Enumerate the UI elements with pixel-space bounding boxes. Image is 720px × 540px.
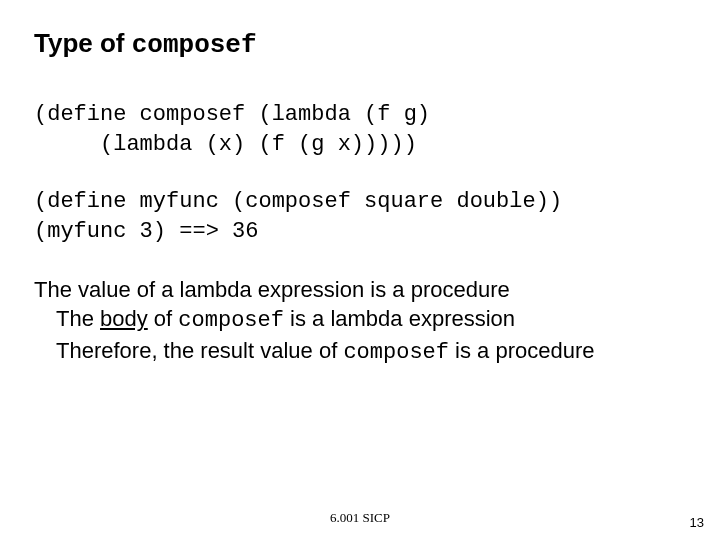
code-line-3: (define myfunc (composef square double))	[34, 189, 562, 214]
explain-l3b: is a procedure	[449, 338, 595, 363]
explain-l3a: Therefore, the result value of	[56, 338, 343, 363]
title-prefix: Type of	[34, 28, 132, 58]
code-block-2: (define myfunc (composef square double))…	[34, 187, 686, 246]
explain-line-2: The body of composef is a lambda express…	[56, 304, 686, 336]
code-line-2: (lambda (x) (f (g x)))))	[34, 132, 417, 157]
explain-l2d: is a lambda expression	[284, 306, 515, 331]
explain-line-3: Therefore, the result value of composef …	[56, 336, 686, 368]
code-block-1: (define composef (lambda (f g) (lambda (…	[34, 100, 686, 159]
slide-title: Type of composef	[34, 28, 686, 60]
explain-l2-body: body	[100, 306, 148, 331]
code-line-1: (define composef (lambda (f g)	[34, 102, 430, 127]
title-mono: composef	[132, 30, 257, 60]
explain-line-1: The value of a lambda expression is a pr…	[34, 275, 686, 305]
explanation: The value of a lambda expression is a pr…	[34, 275, 686, 368]
slide: Type of composef (define composef (lambd…	[0, 0, 720, 540]
explain-l3-mono: composef	[343, 340, 449, 365]
code-line-4: (myfunc 3) ==> 36	[34, 219, 258, 244]
page-number: 13	[690, 515, 704, 530]
footer-text: 6.001 SICP	[0, 510, 720, 526]
explain-l2a: The	[56, 306, 100, 331]
explain-l2-mono: composef	[178, 308, 284, 333]
explain-l2c: of	[148, 306, 179, 331]
